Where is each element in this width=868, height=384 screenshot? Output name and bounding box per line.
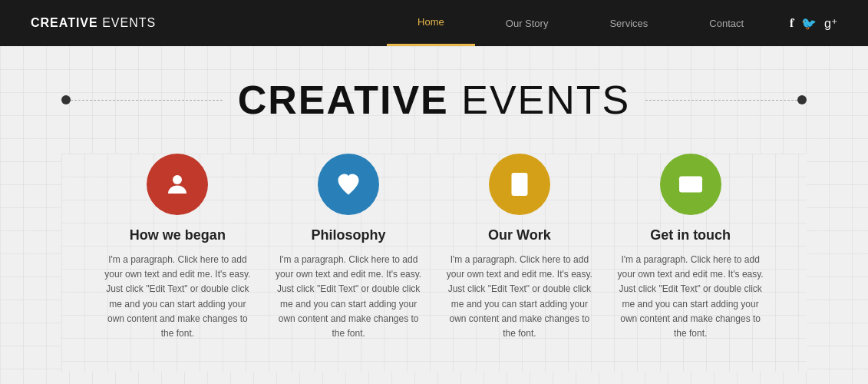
twitter-icon[interactable]: 🐦	[801, 16, 817, 31]
navigation: CREATIVE EVENTS Home Our Story Services …	[0, 0, 868, 46]
heart-icon	[335, 170, 362, 198]
hero-section: CREATIVE EVENTS How we began I'm a parag…	[0, 46, 868, 384]
our-work-title: Our Work	[488, 227, 551, 243]
how-we-began-icon[interactable]	[147, 154, 208, 215]
nav-contact[interactable]: Contact	[678, 0, 774, 46]
logo: CREATIVE EVENTS	[31, 16, 156, 30]
get-in-touch-title: Get in touch	[650, 227, 731, 243]
our-work-icon[interactable]: $	[489, 154, 550, 215]
right-dot	[797, 95, 807, 104]
nav-our-story[interactable]: Our Story	[475, 0, 579, 46]
googleplus-icon[interactable]: g⁺	[824, 16, 837, 31]
how-we-began-text: I'm a paragraph. Click here to add your …	[101, 253, 254, 341]
feature-our-work: $ Our Work I'm a paragraph. Click here t…	[443, 154, 596, 341]
hero-title: CREATIVE EVENTS	[223, 77, 646, 123]
svg-point-0	[173, 175, 182, 184]
nav-services[interactable]: Services	[579, 0, 678, 46]
features-row: How we began I'm a paragraph. Click here…	[61, 154, 807, 372]
how-we-began-title: How we began	[130, 227, 226, 243]
envelope-icon	[677, 170, 705, 198]
get-in-touch-text: I'm a paragraph. Click here to add your …	[614, 253, 767, 341]
right-line	[645, 100, 797, 101]
facebook-icon[interactable]: 𝐟	[790, 16, 794, 30]
philosophy-icon[interactable]	[318, 154, 379, 215]
person-icon	[163, 170, 191, 198]
get-in-touch-icon[interactable]	[660, 154, 721, 215]
feature-philosophy: Philosophy I'm a paragraph. Click here t…	[272, 154, 425, 341]
svg-text:$: $	[518, 179, 523, 188]
left-dot	[61, 95, 71, 104]
hero-title-row: CREATIVE EVENTS	[61, 77, 807, 123]
nav-links: Home Our Story Services Contact	[387, 0, 774, 46]
philosophy-text: I'm a paragraph. Click here to add your …	[272, 253, 425, 341]
social-links: 𝐟 🐦 g⁺	[790, 16, 837, 31]
nav-home[interactable]: Home	[387, 0, 475, 46]
feature-how-we-began: How we began I'm a paragraph. Click here…	[101, 154, 254, 341]
document-icon: $	[506, 170, 533, 198]
our-work-text: I'm a paragraph. Click here to add your …	[443, 253, 596, 341]
philosophy-title: Philosophy	[312, 227, 386, 243]
left-line	[71, 100, 223, 101]
feature-get-in-touch: Get in touch I'm a paragraph. Click here…	[614, 154, 767, 341]
svg-rect-7	[679, 177, 702, 193]
